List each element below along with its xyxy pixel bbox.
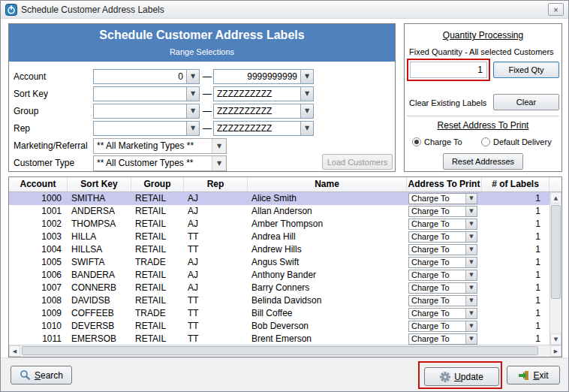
combo-value[interactable]: ** All Marketing Types ** xyxy=(94,139,212,153)
cell-sort_key: DEVERSB xyxy=(68,320,131,333)
table-row[interactable]: 1000SMITHARETAILAJAlice SmithCharge To▼1 xyxy=(9,192,549,205)
dropdown-arrow-icon[interactable]: ▼ xyxy=(212,139,226,153)
column-header[interactable]: Group xyxy=(131,177,184,191)
vertical-scroll-thumb[interactable] xyxy=(551,205,561,299)
dropdown-arrow-icon[interactable]: ▼ xyxy=(300,122,313,135)
vertical-scrollbar[interactable]: ▲ ▼ xyxy=(549,192,561,345)
dropdown-arrow-icon[interactable]: ▼ xyxy=(465,321,477,331)
address-to-print-combo[interactable]: Charge To▼ xyxy=(408,219,477,230)
fixed-quantity-input[interactable] xyxy=(410,62,487,78)
dropdown-arrow-icon[interactable]: ▼ xyxy=(465,283,477,293)
dropdown-arrow-icon[interactable]: ▼ xyxy=(300,87,313,101)
address-to-print-combo[interactable]: Charge To▼ xyxy=(408,244,477,255)
dropdown-arrow-icon[interactable]: ▼ xyxy=(465,207,477,216)
dropdown-arrow-icon[interactable]: ▼ xyxy=(465,296,477,306)
combo-value[interactable]: ** All Customer Types ** xyxy=(94,156,212,170)
search-button[interactable]: Search xyxy=(11,366,72,384)
table-row[interactable]: 1010DEVERSBRETAILTTBob DeversonCharge To… xyxy=(9,320,549,333)
table-row[interactable]: 1009COFFEEBTRADETTBill CoffeeCharge To▼1 xyxy=(9,307,549,320)
address-to-print-combo[interactable]: Charge To▼ xyxy=(408,231,477,243)
table-row[interactable]: 1006BANDERARETAILAJAnthony BanderCharge … xyxy=(9,269,549,282)
combo-value[interactable]: ZZZZZZZZZZ xyxy=(214,87,300,101)
range-from-combo[interactable]: 0▼ xyxy=(93,69,200,84)
address-to-print-combo[interactable]: Charge To▼ xyxy=(408,206,477,217)
address-to-print-combo[interactable]: Charge To▼ xyxy=(408,193,477,204)
dropdown-arrow-icon[interactable]: ▼ xyxy=(465,334,477,344)
title-bar[interactable]: Schedule Customer Address Labels × xyxy=(1,1,568,19)
dropdown-arrow-icon[interactable]: ▼ xyxy=(186,70,199,83)
table-row[interactable]: 1007CONNERBRETAILAJBarry ConnersCharge T… xyxy=(9,282,549,294)
cell-account: 1005 xyxy=(9,256,68,269)
dropdown-arrow-icon[interactable]: ▼ xyxy=(465,232,477,242)
address-to-print-combo[interactable]: Charge To▼ xyxy=(408,333,477,345)
scroll-up-icon[interactable]: ▲ xyxy=(550,192,561,204)
address-to-print-combo[interactable]: Charge To▼ xyxy=(408,257,477,268)
dropdown-arrow-icon[interactable]: ▼ xyxy=(465,309,477,318)
exit-button[interactable]: Exit xyxy=(507,366,560,384)
dropdown-arrow-icon[interactable]: ▼ xyxy=(465,270,477,280)
dropdown-arrow-icon[interactable]: ▼ xyxy=(465,245,477,255)
update-button[interactable]: Update xyxy=(424,367,499,386)
scroll-down-icon[interactable]: ▼ xyxy=(550,333,561,345)
range-row-label: Rep xyxy=(14,121,30,137)
column-header[interactable]: Sort Key xyxy=(68,177,131,191)
combo-value[interactable]: ZZZZZZZZZZ xyxy=(214,122,300,135)
table-row[interactable]: 1001ANDERSARETAILAJAllan AndersonCharge … xyxy=(9,205,549,218)
scroll-right-icon[interactable]: ▶ xyxy=(550,345,561,357)
address-to-print-combo[interactable]: Charge To▼ xyxy=(408,321,477,332)
dropdown-arrow-icon[interactable]: ▼ xyxy=(300,70,313,83)
horizontal-scroll-thumb[interactable] xyxy=(22,346,538,355)
column-header[interactable]: Rep xyxy=(184,177,248,191)
dropdown-arrow-icon[interactable]: ▼ xyxy=(186,122,199,135)
scroll-left-icon[interactable]: ◀ xyxy=(9,345,20,357)
address-to-print-combo[interactable]: Charge To▼ xyxy=(408,282,477,294)
range-from-combo[interactable]: ▼ xyxy=(93,104,200,119)
address-to-print-combo[interactable]: Charge To▼ xyxy=(408,308,477,319)
clear-button[interactable]: Clear xyxy=(493,94,559,110)
combo-value[interactable] xyxy=(94,104,186,118)
close-button[interactable]: × xyxy=(548,3,564,16)
column-header[interactable]: Account xyxy=(9,177,68,191)
dropdown-arrow-icon[interactable]: ▼ xyxy=(465,258,477,267)
column-header[interactable]: Name xyxy=(248,177,407,191)
dropdown-arrow-icon[interactable]: ▼ xyxy=(186,104,199,118)
address-to-print-combo[interactable]: Charge To▼ xyxy=(408,270,477,281)
dropdown-arrow-icon[interactable]: ▼ xyxy=(465,194,477,204)
range-to-combo[interactable]: ZZZZZZZZZZ▼ xyxy=(213,86,314,101)
reset-addresses-button[interactable]: Reset Addresses xyxy=(443,153,523,170)
combo-value[interactable]: 9999999999 xyxy=(214,70,300,83)
cell-address: Charge To▼ xyxy=(407,192,482,205)
radio-charge-to[interactable] xyxy=(412,137,421,146)
table-row[interactable]: 1003HILLARETAILTTAndrea HillCharge To▼1 xyxy=(9,231,549,243)
table-row[interactable]: 1005SWIFTATRADEAJAngus SwiftCharge To▼1 xyxy=(9,256,549,269)
dropdown-arrow-icon[interactable]: ▼ xyxy=(300,104,313,118)
load-customers-button[interactable]: Load Customers xyxy=(322,154,393,170)
range-row: Account0▼—9999999999▼ xyxy=(9,69,395,85)
combo-value[interactable]: ZZZZZZZZZZ xyxy=(214,104,300,118)
customer-type-combo[interactable]: ** All Customer Types ** ▼ xyxy=(93,155,227,171)
range-from-combo[interactable]: ▼ xyxy=(93,86,200,101)
column-header[interactable]: # of Labels xyxy=(482,177,549,191)
radio-default-delivery[interactable] xyxy=(481,137,490,146)
range-to-combo[interactable]: ZZZZZZZZZZ▼ xyxy=(213,121,314,136)
range-dash: — xyxy=(202,69,212,84)
table-row[interactable]: 1008DAVIDSBRETAILTTBelinda DavidsonCharg… xyxy=(9,294,549,307)
dropdown-arrow-icon[interactable]: ▼ xyxy=(212,156,226,170)
range-from-combo[interactable]: ▼ xyxy=(93,121,200,136)
range-to-combo[interactable]: ZZZZZZZZZZ▼ xyxy=(213,104,314,119)
table-row[interactable]: 1002THOMPSARETAILAJAmber ThompsonCharge … xyxy=(9,218,549,231)
combo-value[interactable]: 0 xyxy=(94,70,186,83)
column-header[interactable]: Address To Print xyxy=(407,177,482,191)
fixed-qty-button[interactable]: Fixed Qty xyxy=(493,62,559,78)
combo-value[interactable] xyxy=(94,87,186,101)
marketing-combo[interactable]: ** All Marketing Types ** ▼ xyxy=(93,138,227,154)
dropdown-arrow-icon[interactable]: ▼ xyxy=(186,87,199,101)
dropdown-arrow-icon[interactable]: ▼ xyxy=(465,219,477,229)
combo-value[interactable] xyxy=(94,122,186,135)
horizontal-scrollbar[interactable]: ◀ ▶ xyxy=(9,345,561,357)
address-to-print-combo[interactable]: Charge To▼ xyxy=(408,295,477,306)
table-row[interactable]: 1011EMERSOBRETAILTTBrent EmersonCharge T… xyxy=(9,333,549,345)
cell-group: RETAIL xyxy=(131,231,184,243)
table-row[interactable]: 1004HILLSARETAILTTAndrew HillsCharge To▼… xyxy=(9,243,549,256)
range-to-combo[interactable]: 9999999999▼ xyxy=(213,69,314,84)
